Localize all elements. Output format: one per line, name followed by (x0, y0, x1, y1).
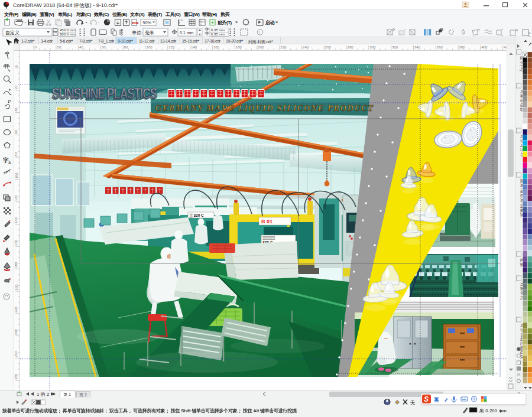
svg-text:450.0 mm: 450.0 mm (60, 28, 76, 32)
svg-text:启动: 启动 (265, 19, 275, 25)
svg-text:60: 60 (102, 45, 106, 49)
svg-text:160: 160 (15, 239, 18, 246)
svg-text:200: 200 (258, 45, 265, 49)
svg-text:60: 60 (15, 130, 18, 134)
svg-text:200: 200 (15, 284, 18, 291)
svg-text:40: 40 (79, 45, 83, 49)
svg-text:PDF: PDF (132, 21, 140, 25)
svg-text:360: 360 (437, 45, 443, 49)
svg-text:自定义: 自定义 (5, 30, 20, 35)
svg-text:340: 340 (414, 45, 421, 49)
svg-text:0.1 mm: 0.1 mm (180, 31, 194, 35)
svg-text:20: 20 (15, 85, 18, 89)
svg-text:6.35 mm: 6.35 mm (211, 32, 225, 36)
svg-text:i: i (259, 30, 260, 34)
svg-text:»: » (528, 30, 531, 36)
svg-text:120: 120 (168, 45, 175, 49)
svg-text:260: 260 (15, 351, 18, 357)
svg-text:英: 英 (433, 397, 439, 403)
svg-text:240: 240 (15, 328, 18, 335)
svg-text:140: 140 (191, 45, 197, 49)
svg-text:180: 180 (236, 45, 242, 49)
svg-text:320: 320 (392, 45, 398, 49)
svg-text:20: 20 (57, 45, 61, 49)
svg-text:140: 140 (15, 217, 18, 223)
svg-text:0: 0 (35, 45, 37, 49)
svg-text:180: 180 (15, 262, 18, 268)
svg-text:120: 120 (15, 195, 18, 201)
svg-text:260: 260 (325, 45, 332, 49)
svg-text:毫米: 毫米 (145, 30, 154, 35)
svg-text:160: 160 (213, 45, 220, 49)
svg-text:100: 100 (147, 45, 153, 49)
svg-text:380: 380 (459, 45, 466, 49)
svg-text:6.35 mm: 6.35 mm (211, 28, 225, 32)
svg-text:100: 100 (15, 172, 18, 179)
svg-text:280: 280 (348, 45, 354, 49)
svg-text:贴齐(T): 贴齐(T) (217, 19, 232, 25)
svg-text:90%: 90% (142, 20, 151, 25)
svg-text:S: S (424, 395, 429, 403)
svg-text:280: 280 (15, 373, 18, 380)
svg-text:A: A (8, 161, 11, 165)
svg-text:300: 300 (369, 45, 376, 49)
svg-text:80: 80 (15, 152, 18, 156)
svg-text:300.0 mm: 300.0 mm (60, 32, 76, 36)
svg-text:80: 80 (124, 45, 128, 49)
svg-text:0: 0 (15, 65, 18, 67)
svg-text:220: 220 (15, 307, 18, 313)
svg-text:400: 400 (481, 45, 488, 49)
svg-text:单位:: 单位: (132, 30, 142, 35)
svg-text:无: 无 (410, 400, 416, 406)
svg-text:1 的 2: 1 的 2 (37, 392, 50, 397)
svg-text:240: 240 (303, 45, 309, 49)
svg-text:40: 40 (15, 107, 18, 112)
svg-text:220: 220 (280, 45, 287, 49)
